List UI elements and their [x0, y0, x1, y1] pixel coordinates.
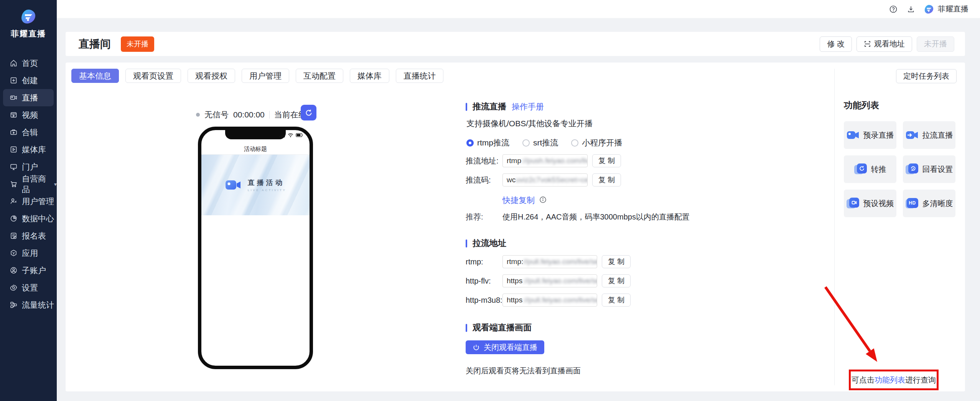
sidebar-item-live[interactable]: 直播 — [3, 89, 54, 106]
sidebar-item-data-center[interactable]: 数据中心 — [0, 210, 57, 227]
topbar: 菲耀直播 — [57, 0, 980, 18]
banner-camera-icon — [225, 178, 242, 191]
feature-list-link[interactable]: 功能列表 — [875, 375, 905, 385]
stream-config-column: 推流直播 操作手册 支持摄像机/OBS/其他设备专业开播 rtmp推流 srt推… — [466, 101, 707, 376]
annotation-box: 可点击功能列表进行查询 — [849, 370, 939, 390]
sidebar-item-media-library[interactable]: 媒体库 — [0, 141, 57, 158]
status-badge: 未开播 — [121, 36, 154, 52]
banner-title: 直播活动 — [248, 178, 287, 187]
pull-m3u8-input[interactable]: https://pull.feiyao.com/live/secuviz — [502, 294, 597, 307]
sidebar-item-traffic-stats[interactable]: 流量统计 — [0, 296, 57, 314]
tab-media-library[interactable]: 媒体库 — [350, 69, 389, 83]
sidebar-item-video[interactable]: 视频 — [0, 106, 57, 124]
radio-dot — [522, 139, 530, 147]
tab-user-management[interactable]: 用户管理 — [242, 69, 289, 83]
modify-button[interactable]: 修 改 — [820, 36, 852, 52]
gear-icon — [10, 284, 18, 292]
download-icon[interactable] — [906, 5, 916, 14]
sidebar: 菲耀直播 首页 创建 直播 视频 合辑 — [0, 0, 57, 401]
sidebar-item-collection[interactable]: 合辑 — [0, 124, 57, 141]
phone-statusbar — [279, 133, 303, 137]
pull-section-title: 拉流地址 — [473, 238, 506, 249]
sidebar-item-settings[interactable]: 设置 — [0, 279, 57, 296]
preset-video-icon — [847, 198, 860, 209]
push-code-input[interactable]: wcuviz2c7vok5Secret=ce980fb — [502, 173, 588, 186]
copy-push-code-button[interactable]: 复 制 — [592, 173, 621, 186]
sidebar-item-portal[interactable]: 门户 — [0, 158, 57, 175]
viewer-section-header: 观看端直播画面 — [466, 322, 707, 333]
nodes-icon — [10, 301, 18, 309]
section-bar — [466, 324, 467, 332]
banner-text: 直播活动 LIVE ACTIVITY — [248, 178, 287, 192]
plus-square-icon — [10, 76, 18, 84]
push-address-input[interactable]: rtmp://push.feiyao.com/live/ — [502, 154, 588, 167]
feature-replay-settings[interactable]: 回看设置 — [903, 155, 955, 183]
refresh-icon — [305, 109, 313, 117]
pull-m3u8-row: http-m3u8: https://pull.feiyao.com/live/… — [466, 294, 707, 307]
live-banner: 直播活动 LIVE ACTIVITY — [201, 155, 310, 215]
user-menu[interactable]: 菲耀直播 — [924, 4, 968, 14]
push-section-header: 推流直播 操作手册 — [466, 101, 707, 112]
power-icon — [473, 344, 480, 351]
copy-pull-m3u8-button[interactable]: 复 制 — [602, 294, 631, 307]
prerecord-camera-icon — [847, 129, 860, 141]
help-icon[interactable] — [889, 5, 898, 14]
user-name: 菲耀直播 — [938, 4, 968, 14]
sidebar-item-shop[interactable]: 自营商品 ▾ — [0, 175, 57, 193]
push-desc: 支持摄像机/OBS/其他设备专业开播 — [466, 118, 707, 129]
sidebar-item-create[interactable]: 创建 — [0, 72, 57, 89]
recommend-row: 推荐: 使用H.264，AAC音频，码率3000mbps以内的直播配置 — [466, 212, 707, 222]
stream-status: 无信号 00:00:00 当前在线 0 — [196, 109, 313, 120]
quick-copy-row: 快捷复制 — [502, 195, 707, 206]
feature-pull-live[interactable]: 拉流直播 — [903, 121, 955, 149]
close-viewer-live-button[interactable]: 关闭观看端直播 — [466, 340, 544, 354]
info-icon — [539, 196, 547, 205]
user-circle-icon — [10, 266, 18, 274]
page-header: 直播间 未开播 修 改 观看地址 未开播 — [66, 32, 965, 56]
feature-repush[interactable]: 转推 — [844, 155, 896, 183]
sidebar-item-apps[interactable]: 应用 — [0, 244, 57, 262]
sidebar-item-home[interactable]: 首页 — [0, 54, 57, 72]
phone-activity-title: 活动标题 — [201, 144, 310, 155]
watch-address-button[interactable]: 观看地址 — [856, 36, 912, 52]
push-address-row: 推流地址: rtmp://push.feiyao.com/live/ 复 制 — [466, 154, 707, 167]
not-live-button[interactable]: 未开播 — [917, 36, 954, 52]
feature-panel: 功能列表 预录直播 拉流直播 — [844, 99, 956, 217]
sidebar-item-subaccount[interactable]: 子账户 — [0, 262, 57, 279]
replay-icon — [906, 163, 919, 175]
refresh-button[interactable] — [301, 105, 316, 120]
copy-pull-flv-button[interactable]: 复 制 — [602, 274, 631, 287]
viewer-section-title: 观看端直播画面 — [473, 322, 532, 333]
copy-push-address-button[interactable]: 复 制 — [592, 154, 621, 167]
tab-basic-info[interactable]: 基本信息 — [71, 69, 119, 83]
tab-live-stats[interactable]: 直播统计 — [396, 69, 443, 83]
push-code-row: 推流码: wcuviz2c7vok5Secret=ce980fb 复 制 — [466, 173, 707, 186]
clipboard-edit-icon — [10, 232, 18, 240]
phone-notch — [225, 130, 286, 139]
radio-srt[interactable]: srt推流 — [522, 137, 558, 148]
feature-multi-resolution[interactable]: HD 多清晰度 — [903, 190, 955, 217]
brand-name: 菲耀直播 — [11, 28, 46, 39]
home-icon — [10, 59, 18, 67]
scheduled-tasks-button[interactable]: 定时任务列表 — [896, 69, 957, 83]
user-avatar — [924, 4, 934, 14]
feature-grid: 预录直播 拉流直播 转推 — [844, 121, 956, 217]
tab-watch-page-settings[interactable]: 观看页设置 — [125, 69, 181, 83]
pull-flv-input[interactable]: https://pull.feiyao.com/live/secuviz — [502, 274, 597, 287]
feature-preset-video[interactable]: 预设视频 — [844, 190, 896, 217]
tab-watch-authorization[interactable]: 观看授权 — [188, 69, 235, 83]
tab-interaction-config[interactable]: 互动配置 — [296, 69, 343, 83]
sidebar-item-registration[interactable]: 报名表 — [0, 227, 57, 244]
copy-pull-rtmp-button[interactable]: 复 制 — [602, 255, 631, 268]
pull-rtmp-input[interactable]: rtmp://pull.feiyao.com/live/secuviz2 — [502, 255, 597, 268]
play-square-icon — [10, 145, 18, 153]
feature-prerecorded-live[interactable]: 预录直播 — [844, 121, 896, 149]
radio-miniprogram[interactable]: 小程序开播 — [571, 137, 622, 148]
sidebar-item-user-management[interactable]: 用户管理 — [0, 193, 57, 210]
repush-icon — [854, 163, 867, 175]
feature-panel-title: 功能列表 — [844, 99, 956, 111]
quick-copy-link[interactable]: 快捷复制 — [502, 195, 535, 206]
hd-icon: HD — [906, 198, 919, 209]
radio-rtmp[interactable]: rtmp推流 — [466, 137, 509, 148]
manual-link[interactable]: 操作手册 — [512, 101, 544, 112]
